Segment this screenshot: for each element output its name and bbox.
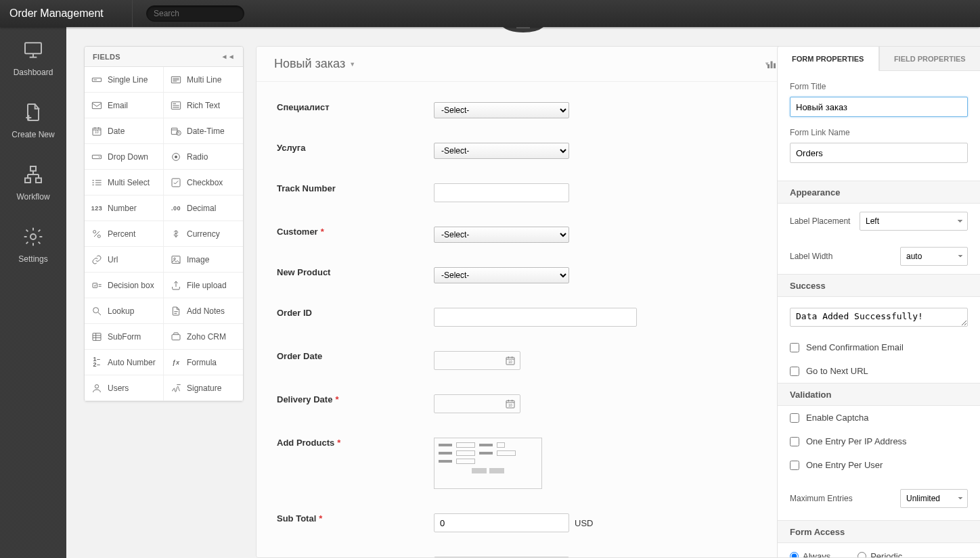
palette-item-image[interactable]: Image: [164, 247, 243, 273]
svg-rect-8: [25, 178, 30, 183]
palette-item-percent[interactable]: Percent: [85, 221, 164, 247]
svg-rect-9: [36, 178, 41, 183]
palette-item-checkbox[interactable]: Checkbox: [164, 170, 243, 195]
rail-settings[interactable]: Settings: [0, 214, 66, 276]
palette-item-label: Currency: [187, 229, 220, 239]
palette-item-label: Multi Select: [108, 178, 150, 187]
topbar: Order Management: [0, 0, 980, 27]
appearance-header: Appearance: [778, 181, 980, 204]
specialist-select[interactable]: -Select-: [434, 102, 569, 118]
currency-icon: [171, 229, 181, 239]
palette-item-date-time[interactable]: Date-Time: [164, 118, 243, 144]
success-header: Success: [778, 274, 980, 297]
periodic-radio[interactable]: Periodic: [858, 551, 902, 558]
calendar-icon: 10: [505, 398, 516, 409]
palette-item-label: Signature: [187, 383, 221, 393]
success-message-input[interactable]: Data Added Successfully!: [790, 308, 968, 327]
required-indicator: *: [335, 394, 338, 404]
checkbox-icon: [171, 177, 181, 188]
single-line-icon: [91, 74, 102, 85]
monitor-icon: [22, 39, 44, 61]
palette-item-label: Formula: [187, 358, 217, 367]
form-body: Специалист-Select-Услуга-Select-Track Nu…: [257, 82, 830, 558]
customer-select[interactable]: -Select-: [434, 227, 569, 243]
form-link-label: Form Link Name: [790, 128, 968, 137]
palette-item-multi-line[interactable]: Multi Line: [164, 67, 243, 93]
palette-item-users[interactable]: Users: [85, 375, 164, 401]
palette-item-subform[interactable]: SubForm: [85, 324, 164, 350]
label-placement-select[interactable]: Left: [860, 212, 968, 231]
always-radio[interactable]: Always: [790, 551, 830, 558]
properties-tabs: FORM PROPERTIES FIELD PROPERTIES: [778, 47, 980, 71]
delivery-date-input[interactable]: 10: [434, 394, 520, 413]
one-user-checkbox[interactable]: One Entry Per User: [778, 453, 980, 477]
form-title-input[interactable]: [790, 97, 968, 117]
svg-point-52: [174, 258, 176, 260]
palette-item-single-line[interactable]: Single Line: [85, 67, 164, 93]
collapse-icon[interactable]: ◄◄: [221, 53, 235, 60]
tab-form-properties[interactable]: FORM PROPERTIES: [778, 47, 879, 71]
field-row-specialist: Специалист-Select-: [277, 102, 810, 118]
tab-field-properties[interactable]: FIELD PROPERTIES: [879, 47, 981, 71]
label-width-select[interactable]: auto: [900, 247, 968, 266]
form-title-text: Новый заказ: [274, 57, 345, 71]
field-label: Add Products *: [277, 438, 434, 448]
palette-item-number[interactable]: 123Number: [85, 195, 164, 221]
field-control: -Select-: [434, 143, 569, 159]
sub-total-input[interactable]: [434, 513, 569, 532]
one-ip-checkbox[interactable]: One Entry Per IP Address: [778, 429, 980, 453]
order-id-input[interactable]: [434, 308, 637, 327]
formula-icon: ƒx: [171, 357, 181, 368]
field-control: -Select-: [434, 267, 569, 283]
palette-item-email[interactable]: Email: [85, 93, 164, 118]
order-date-input[interactable]: 10: [434, 351, 520, 370]
enable-captcha-checkbox[interactable]: Enable Captcha: [778, 406, 980, 429]
palette-item-label: Drop Down: [108, 152, 148, 162]
palette-item-label: Single Line: [108, 75, 148, 85]
max-entries-label: Maximum Entries: [790, 494, 853, 503]
palette-item-url[interactable]: Url: [85, 247, 164, 273]
palette-item-multi-select[interactable]: Multi Select: [85, 170, 164, 195]
app-title-text: Order Management: [9, 7, 104, 20]
palette-item-add-notes[interactable]: Add Notes: [164, 298, 243, 324]
palette-item-decimal[interactable]: .00Decimal: [164, 195, 243, 221]
palette-item-currency[interactable]: Currency: [164, 221, 243, 247]
palette-item-file-upload[interactable]: File upload: [164, 273, 243, 298]
palette-item-decision-box[interactable]: Decision box: [85, 273, 164, 298]
palette-item-formula[interactable]: ƒxFormula: [164, 350, 243, 375]
field-row-delivery-date: Delivery Date *10: [277, 394, 810, 413]
rail-dashboard[interactable]: Dashboard: [0, 27, 66, 89]
search-input[interactable]: [154, 9, 255, 18]
palette-item-lookup[interactable]: Lookup: [85, 298, 164, 324]
percent-icon: [91, 229, 102, 239]
track-number-input[interactable]: [434, 183, 569, 202]
send-email-checkbox[interactable]: Send Confirmation Email: [778, 335, 980, 359]
form-title[interactable]: Новый заказ ▼: [274, 57, 355, 71]
service-select[interactable]: -Select-: [434, 143, 569, 159]
rail-workflow[interactable]: Workflow: [0, 152, 66, 214]
calendar-icon: 10: [505, 355, 516, 366]
decimal-icon: .00: [171, 203, 181, 214]
palette-item-auto-number[interactable]: 1–2–Auto Number: [85, 350, 164, 375]
max-entries-select[interactable]: Unlimited: [900, 489, 968, 508]
field-control: USD: [434, 513, 593, 532]
palette-item-zoho-crm[interactable]: Zoho CRM: [164, 324, 243, 350]
palette-item-label: Url: [108, 255, 118, 264]
new-product-select[interactable]: -Select-: [434, 267, 569, 283]
rail-create-new[interactable]: Create New: [0, 89, 66, 152]
palette-item-date[interactable]: 10Date: [85, 118, 164, 144]
search-box[interactable]: [146, 5, 244, 22]
subform-placeholder[interactable]: [434, 438, 542, 489]
goto-url-checkbox[interactable]: Go to Next URL: [778, 359, 980, 383]
workflow-icon: [22, 164, 44, 185]
svg-point-48: [93, 230, 96, 233]
palette-item-drop-down[interactable]: Drop Down: [85, 144, 164, 170]
field-label: Order Date: [277, 351, 434, 361]
palette-item-rich-text[interactable]: Rich Text: [164, 93, 243, 118]
svg-line-50: [94, 231, 99, 237]
field-label: Customer *: [277, 227, 434, 237]
required-indicator: *: [337, 438, 340, 448]
form-link-input[interactable]: [790, 143, 968, 163]
palette-item-signature[interactable]: Signature: [164, 375, 243, 401]
palette-item-radio[interactable]: Radio: [164, 144, 243, 170]
